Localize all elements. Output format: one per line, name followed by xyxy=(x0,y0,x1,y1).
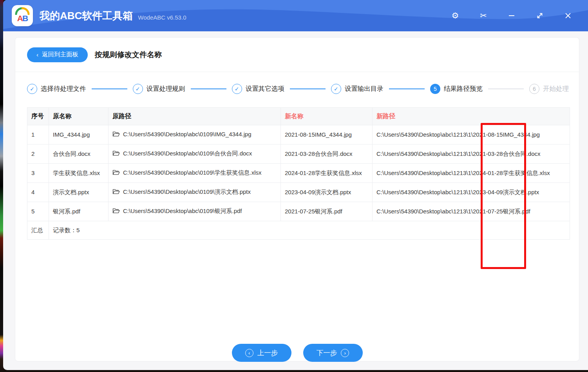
cell-new-name: 2021-07-25银河系.pdf xyxy=(281,202,373,221)
cell-new-path: C:\Users\54390\Desktop\abc\1213\1\2023-0… xyxy=(373,183,570,202)
step-number-badge: 5 xyxy=(430,84,440,94)
cell-old-name: 学生获奖信息.xlsx xyxy=(49,164,109,183)
cell-new-path: C:\Users\54390\Desktop\abc\1213\1\2021-0… xyxy=(373,125,570,144)
column-header: 序号 xyxy=(27,108,49,125)
cell-new-name: 2021-08-15IMG_4344.jpg xyxy=(281,125,373,144)
check-circle-icon: ✓ xyxy=(331,84,341,94)
cell-old-name: 银河系.pdf xyxy=(49,202,109,221)
step-label: 开始处理 xyxy=(543,85,569,93)
table-row: 5银河系.pdfC:\Users\54390\Desktop\abc\0109\… xyxy=(27,202,570,221)
summary-label: 汇总 xyxy=(27,221,49,240)
cell-index: 3 xyxy=(27,164,49,183)
cell-index: 4 xyxy=(27,183,49,202)
cell-new-path: C:\Users\54390\Desktop\abc\1213\1\2021-0… xyxy=(373,144,570,164)
table-row: 4演示文档.pptxC:\Users\54390\Desktop\abc\010… xyxy=(27,183,570,202)
open-folder-icon xyxy=(112,168,120,179)
next-step-label: 下一步 xyxy=(317,348,337,358)
steps-bar: ✓选择待处理文件✓设置处理规则✓设置其它选项✓设置输出目录5结果路径预览6开始处… xyxy=(27,79,569,99)
table-row: 3学生获奖信息.xlsxC:\Users\54390\Desktop\abc\0… xyxy=(27,164,570,183)
cell-old-path: C:\Users\54390\Desktop\abc\0109\合伙合同.doc… xyxy=(109,144,281,164)
previous-step-button[interactable]: ‹ 上一步 xyxy=(232,344,291,362)
step-number-badge: 6 xyxy=(529,84,539,94)
column-header: 新路径 xyxy=(373,108,570,125)
check-circle-icon: ✓ xyxy=(27,84,37,94)
back-to-dashboard-button[interactable]: ‹ 返回到主面板 xyxy=(27,47,88,62)
step-5[interactable]: 5结果路径预览 xyxy=(430,84,483,94)
app-window: AB 我的ABC软件工具箱 WodeABC v6.53.0 ⚙ ✂ xyxy=(3,0,588,370)
cell-old-path: C:\Users\54390\Desktop\abc\0109\演示文档.ppt… xyxy=(109,183,281,202)
page-title: 按规则修改文件名称 xyxy=(95,50,162,60)
cell-old-name: 演示文档.pptx xyxy=(49,183,109,202)
summary-row: 汇总 记录数：5 xyxy=(27,221,570,240)
open-folder-icon xyxy=(112,130,120,140)
step-label: 结果路径预览 xyxy=(444,85,483,93)
cell-new-path: C:\Users\54390\Desktop\abc\1213\1\2024-0… xyxy=(373,164,570,183)
minimize-icon[interactable] xyxy=(507,11,517,21)
cell-new-path: C:\Users\54390\Desktop\abc\1213\1\2021-0… xyxy=(373,202,570,221)
step-6[interactable]: 6开始处理 xyxy=(529,84,569,94)
titlebar: AB 我的ABC软件工具箱 WodeABC v6.53.0 ⚙ ✂ xyxy=(3,0,588,31)
logo-letter-a: A xyxy=(17,14,22,23)
card-header: ‹ 返回到主面板 按规则修改文件名称 xyxy=(15,38,579,72)
step-label: 设置其它选项 xyxy=(246,85,284,93)
chevron-left-icon: ‹ xyxy=(36,51,38,58)
step-connector xyxy=(389,88,425,89)
next-step-button[interactable]: 下一步 › xyxy=(303,344,363,362)
step-label: 选择待处理文件 xyxy=(41,85,86,93)
app-title: 我的ABC软件工具箱 xyxy=(40,9,133,23)
logo-letter-b: B xyxy=(22,14,27,23)
step-1[interactable]: ✓选择待处理文件 xyxy=(27,84,86,94)
column-header: 原路径 xyxy=(109,108,281,125)
circle-chevron-right-icon: › xyxy=(341,349,349,357)
cell-index: 5 xyxy=(27,202,49,221)
maximize-icon[interactable] xyxy=(535,11,545,21)
footer-buttons: ‹ 上一步 下一步 › xyxy=(15,344,579,362)
cell-index: 1 xyxy=(27,125,49,144)
back-button-label: 返回到主面板 xyxy=(42,51,78,59)
step-label: 设置处理规则 xyxy=(147,85,185,93)
open-folder-icon xyxy=(112,207,120,217)
cell-old-path: C:\Users\54390\Desktop\abc\0109\银河系.pdf xyxy=(109,202,281,221)
cell-new-name: 2023-04-09演示文档.pptx xyxy=(281,183,373,202)
table-header-row: 序号原名称原路径新名称新路径 xyxy=(27,108,570,125)
cell-old-path: C:\Users\54390\Desktop\abc\0109\学生获奖信息.x… xyxy=(109,164,281,183)
step-connector xyxy=(290,88,326,89)
step-connector xyxy=(488,88,524,89)
step-label: 设置输出目录 xyxy=(345,85,384,93)
step-4[interactable]: ✓设置输出目录 xyxy=(331,84,384,94)
cell-old-path: C:\Users\54390\Desktop\abc\0109\IMG_4344… xyxy=(109,125,281,144)
table-body: 1IMG_4344.jpgC:\Users\54390\Desktop\abc\… xyxy=(27,125,570,221)
check-circle-icon: ✓ xyxy=(232,84,242,94)
column-header: 新名称 xyxy=(281,108,373,125)
step-3[interactable]: ✓设置其它选项 xyxy=(232,84,284,94)
app-logo: AB xyxy=(12,5,33,26)
table-row: 2合伙合同.docxC:\Users\54390\Desktop\abc\010… xyxy=(27,144,570,164)
previous-step-label: 上一步 xyxy=(257,348,278,358)
gear-icon[interactable]: ⚙ xyxy=(450,11,460,21)
cell-new-name: 2021-03-28合伙合同.docx xyxy=(281,144,373,164)
column-header: 原名称 xyxy=(49,108,109,125)
cell-new-name: 2024-01-28学生获奖信息.xlsx xyxy=(281,164,373,183)
content-card: ‹ 返回到主面板 按规则修改文件名称 ✓选择待处理文件✓设置处理规则✓设置其它选… xyxy=(15,37,579,361)
scissors-icon[interactable]: ✂ xyxy=(478,11,488,21)
step-2[interactable]: ✓设置处理规则 xyxy=(133,84,185,94)
step-connector xyxy=(191,88,226,89)
summary-text: 记录数：5 xyxy=(49,221,570,240)
files-table: 序号原名称原路径新名称新路径 1IMG_4344.jpgC:\Users\543… xyxy=(27,107,570,240)
cell-index: 2 xyxy=(27,144,49,164)
cell-old-name: 合伙合同.docx xyxy=(49,144,109,164)
open-folder-icon xyxy=(112,149,120,159)
app-version: WodeABC v6.53.0 xyxy=(138,14,186,21)
table-row: 1IMG_4344.jpgC:\Users\54390\Desktop\abc\… xyxy=(27,125,570,144)
step-connector xyxy=(92,88,127,89)
open-folder-icon xyxy=(112,188,120,198)
close-icon[interactable] xyxy=(563,11,573,21)
check-circle-icon: ✓ xyxy=(133,84,143,94)
circle-chevron-left-icon: ‹ xyxy=(245,349,253,357)
cell-old-name: IMG_4344.jpg xyxy=(49,125,109,144)
